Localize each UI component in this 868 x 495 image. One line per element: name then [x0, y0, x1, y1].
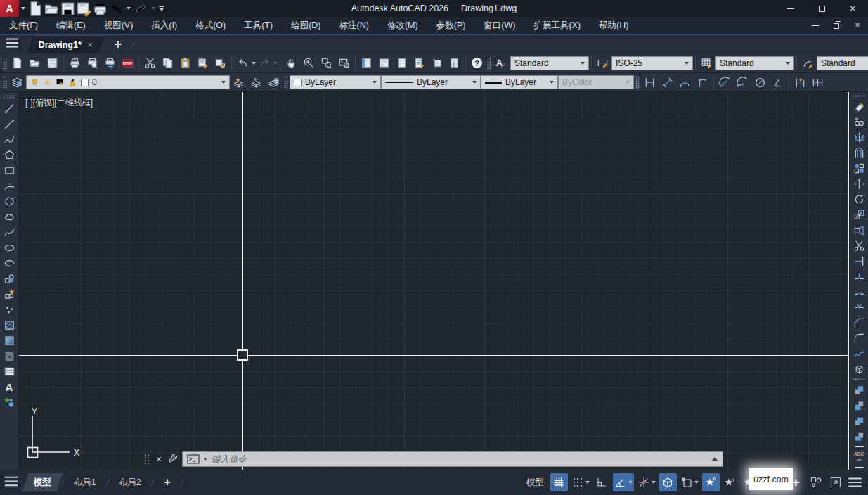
layout-tab-layout1[interactable]: 布局1 [63, 473, 108, 491]
properties-palette-button[interactable] [358, 55, 375, 72]
new-button[interactable] [8, 55, 26, 72]
toolbar-grip-handle[interactable] [3, 95, 15, 99]
object-snap-tracking-button[interactable] [636, 473, 657, 491]
add-selected-tool-button[interactable] [1, 394, 18, 410]
layout-menu-hamburger-icon[interactable] [4, 475, 18, 489]
send-under-objects-button[interactable] [850, 428, 867, 444]
table-style-button[interactable] [698, 55, 715, 72]
qnew-button[interactable] [27, 1, 44, 16]
match-properties-button[interactable] [212, 55, 229, 72]
plot-button[interactable] [66, 55, 84, 72]
doc-close-button[interactable]: × [847, 17, 868, 34]
markup-button[interactable] [428, 55, 446, 72]
cut-button[interactable] [141, 55, 159, 72]
dim-angular-button[interactable] [769, 74, 786, 91]
region-tool-button[interactable] [1, 348, 18, 364]
doc-tab-close-icon[interactable]: × [88, 40, 93, 50]
zoom-previous-button[interactable] [335, 55, 353, 72]
object-color-select[interactable]: ByLayer [290, 75, 381, 89]
undo-button[interactable] [108, 1, 124, 16]
menu-help[interactable]: 帮助(H) [590, 17, 637, 34]
quick-dim-button[interactable] [791, 74, 809, 91]
quickcalc-button[interactable] [446, 55, 463, 72]
array-tool-button[interactable] [850, 160, 867, 176]
mleader-style-button[interactable] [799, 55, 817, 72]
scale-tool-button[interactable] [850, 207, 867, 222]
dim-diameter-button[interactable] [751, 74, 769, 91]
redo-caret-icon[interactable] [273, 62, 278, 65]
toolbar-grip-handle[interactable] [635, 76, 640, 89]
line-tool-button[interactable] [1, 101, 18, 116]
stretch-tool-button[interactable] [850, 222, 867, 238]
copy-base-point-button[interactable] [194, 55, 212, 72]
layer-on-bulb-icon[interactable] [30, 78, 39, 87]
blend-curves-tool-button[interactable] [850, 346, 867, 361]
linetype-select[interactable]: ByLayer [381, 75, 481, 89]
text-style-select[interactable]: Standard [510, 56, 589, 70]
revision-cloud-tool-button[interactable] [1, 209, 18, 224]
text-to-front-button[interactable]: ABC [850, 449, 867, 465]
paste-button[interactable] [176, 55, 194, 72]
arc-tool-button[interactable] [1, 178, 18, 193]
command-line-grip-handle[interactable] [144, 454, 150, 465]
sheet-set-manager-button[interactable] [410, 55, 428, 72]
hatch-tool-button[interactable] [1, 317, 18, 333]
mleader-style-select[interactable]: Standard [817, 56, 868, 70]
menu-window[interactable]: 窗口(W) [474, 17, 524, 34]
export-dwf-button[interactable]: DWF [119, 55, 136, 72]
fillet-tool-button[interactable] [850, 330, 867, 346]
new-layout-button[interactable]: + [152, 473, 181, 491]
menu-tools[interactable]: 工具(T) [235, 17, 282, 34]
customization-hamburger-icon[interactable] [846, 473, 864, 491]
annotation-visibility-button[interactable] [702, 473, 720, 491]
plot-preview-button[interactable] [84, 55, 101, 72]
toolbar-grip-handle[interactable] [853, 95, 865, 97]
layer-viewport-freeze-icon[interactable] [56, 78, 65, 87]
layout-tab-layout2[interactable]: 布局2 [108, 473, 153, 491]
make-object-layer-current-button[interactable] [230, 74, 247, 91]
command-line-customize-wrench-icon[interactable] [168, 453, 179, 466]
menu-express[interactable]: 扩展工具(X) [524, 17, 590, 34]
zoom-realtime-button[interactable] [300, 55, 318, 72]
toolbar-grip-handle[interactable] [3, 57, 7, 70]
zoom-window-button[interactable] [318, 55, 335, 72]
construction-line-tool-button[interactable] [1, 116, 18, 131]
layer-unlock-icon[interactable] [68, 78, 77, 87]
toolbar-grip-handle[interactable] [3, 76, 7, 89]
gradient-tool-button[interactable] [1, 333, 18, 348]
text-style-button[interactable]: A [493, 55, 510, 72]
copy-clip-button[interactable] [159, 55, 176, 72]
break-at-point-tool-button[interactable] [850, 269, 867, 284]
help-button[interactable]: ? [468, 55, 486, 72]
dim-style-select[interactable]: ISO-25 [611, 56, 693, 70]
explode-tool-button[interactable] [850, 361, 867, 377]
toolbar-grip-handle[interactable] [853, 378, 865, 380]
layer-states-manager-button[interactable] [265, 74, 283, 91]
app-menu-caret-icon[interactable] [19, 7, 27, 10]
model-paper-space-button[interactable]: 模型 [522, 477, 548, 489]
table-tool-button[interactable] [1, 364, 18, 379]
app-logo-icon[interactable]: A [0, 0, 19, 17]
break-tool-button[interactable] [850, 284, 867, 300]
layer-thaw-sun-icon[interactable] [43, 78, 52, 87]
command-scroll-up-icon[interactable] [711, 457, 718, 461]
extend-tool-button[interactable] [850, 253, 867, 269]
circle-tool-button[interactable] [1, 193, 18, 209]
qat-customize-caret-icon[interactable] [157, 6, 166, 11]
pan-button[interactable] [283, 55, 300, 72]
menu-view[interactable]: 视图(V) [95, 17, 143, 34]
ellipse-tool-button[interactable] [1, 240, 18, 255]
layer-select[interactable]: 0 [26, 75, 230, 89]
menu-draw[interactable]: 绘图(D) [282, 17, 330, 34]
ortho-mode-button[interactable] [593, 473, 611, 491]
redo-caret-icon[interactable] [149, 7, 157, 10]
dim-linear-button[interactable] [641, 74, 659, 91]
dim-style-button[interactable] [594, 55, 611, 72]
tab-menu-hamburger-icon[interactable] [6, 37, 19, 51]
table-style-select[interactable]: Standard [715, 56, 794, 70]
polyline-tool-button[interactable] [1, 131, 18, 147]
save-button[interactable] [44, 55, 61, 72]
open-button[interactable] [44, 1, 60, 16]
viewport-controls-label[interactable]: [-][俯视][二维线框] [25, 97, 93, 109]
ellipse-arc-tool-button[interactable] [1, 255, 18, 271]
